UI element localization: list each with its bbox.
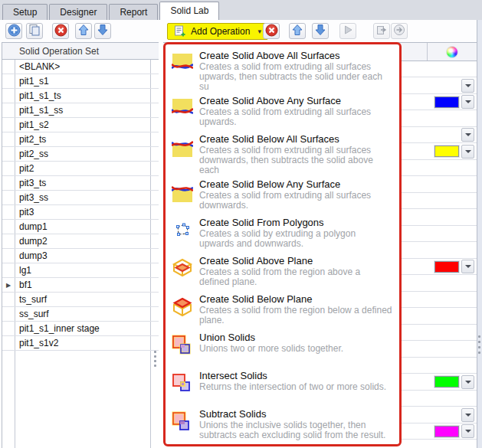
tab-designer[interactable]: Designer [49, 4, 107, 20]
add-operation-button[interactable]: Add Operation ▾ [167, 23, 268, 40]
list-item[interactable]: ▶bf1 [2, 278, 159, 293]
add-operation-menu: Create Solid Above All SurfacesCreates a… [163, 42, 402, 446]
list-item[interactable]: ss_surf [2, 307, 159, 322]
list-item[interactable]: pit2_ts [2, 132, 159, 147]
menu-item-subtract-solids[interactable]: Subtract SolidsUnions the inclusive soli… [166, 405, 399, 443]
color-dropdown-button[interactable] [461, 145, 474, 159]
delete-button[interactable] [52, 23, 69, 39]
row-selector-cell[interactable] [2, 191, 15, 204]
menu-item-create-solid-below-all-surfaces[interactable]: Create Solid Below All SurfacesCreates a… [166, 130, 399, 175]
tab-setup[interactable]: Setup [2, 4, 48, 20]
menu-item-description: Creates a solid from extruding all surfa… [199, 107, 392, 127]
tab-solid-lab[interactable]: Solid Lab [159, 2, 219, 20]
menu-item-title: Union Solids [199, 332, 343, 343]
color-swatch[interactable] [434, 376, 459, 388]
row-selector-cell[interactable] [2, 89, 15, 103]
row-selector-cell[interactable] [2, 234, 15, 248]
menu-item-create-solid-below-any-surface[interactable]: Create Solid Below Any SurfaceCreates a … [166, 175, 399, 214]
color-dropdown-button[interactable] [461, 79, 474, 93]
menu-item-translate-solid-or-surface[interactable]: Translate Solid or SurfaceTranslates a s… [166, 443, 399, 446]
menu-item-create-solid-above-all-surfaces[interactable]: Create Solid Above All SurfacesCreates a… [166, 47, 399, 92]
move-operation-down-button[interactable] [312, 23, 329, 39]
color-swatch[interactable] [434, 96, 459, 108]
menu-item-create-solid-below-plane[interactable]: Create Solid Below PlaneCreates a solid … [166, 290, 399, 329]
selected-row-marker[interactable]: ▶ [2, 278, 15, 292]
list-item-label: pit3 [15, 205, 34, 219]
list-item[interactable]: dump3 [2, 249, 159, 263]
color-swatch[interactable] [434, 261, 459, 273]
delete-operation-button[interactable] [263, 23, 280, 39]
box-below-plane-icon [170, 295, 195, 319]
menu-item-create-solid-above-plane[interactable]: Create Solid Above PlaneCreates a solid … [166, 252, 399, 290]
color-dropdown-button[interactable] [461, 424, 474, 438]
row-selector-cell[interactable] [2, 220, 15, 234]
run-button[interactable] [339, 23, 356, 39]
menu-item-create-solid-from-polygons[interactable]: Create Solid From PolygonsCreates a soli… [166, 214, 399, 252]
tab-report[interactable]: Report [109, 4, 158, 20]
list-item[interactable]: pit2 [2, 162, 159, 176]
row-selector-cell[interactable] [2, 263, 15, 277]
menu-item-create-solid-above-any-surface[interactable]: Create Solid Above Any SurfaceCreates a … [166, 92, 399, 130]
list-item[interactable]: pit3_ss [2, 191, 159, 205]
menu-item-union-solids[interactable]: Union SolidsUnions two or more solids to… [166, 329, 399, 367]
go-button[interactable] [391, 23, 408, 39]
list-item[interactable]: ts_surf [2, 293, 159, 307]
list-item[interactable]: pit2_ss [2, 147, 159, 162]
move-down-button[interactable] [94, 23, 111, 39]
move-operation-up-button[interactable] [289, 23, 306, 39]
color-dropdown-button[interactable] [461, 408, 474, 422]
list-item[interactable]: dump2 [2, 234, 159, 249]
row-selector-cell[interactable] [2, 336, 15, 350]
menu-item-text: Subtract SolidsUnions the inclusive soli… [199, 407, 392, 443]
row-selector-cell[interactable] [2, 322, 15, 335]
color-swatch[interactable] [434, 146, 459, 157]
menu-item-title: Create Solid Below All Surfaces [199, 133, 392, 145]
row-selector-cell[interactable] [2, 162, 15, 175]
color-dropdown-button[interactable] [461, 375, 474, 389]
menu-item-description: Creates a solid from extruding all surfa… [199, 191, 392, 211]
list-item[interactable]: pit1_s1_inner stage [2, 322, 159, 336]
menu-item-title: Create Solid Below Plane [199, 293, 392, 305]
list-item[interactable]: dump1 [2, 220, 159, 234]
menu-item-title: Create Solid From Polygons [199, 217, 392, 228]
list-item[interactable]: <BLANK> [2, 60, 159, 74]
add-button[interactable] [5, 23, 22, 39]
intersect-solids-icon [170, 371, 195, 396]
row-selector-cell[interactable] [2, 293, 15, 306]
row-selector-cell[interactable] [2, 307, 15, 321]
row-selector-cell[interactable] [2, 60, 15, 74]
row-selector-cell[interactable] [2, 74, 15, 88]
surfaces-below-any-icon [170, 180, 195, 204]
color-swatch[interactable] [434, 426, 459, 437]
left-splitter-grip[interactable] [154, 351, 157, 367]
list-item-label: pit2 [15, 162, 34, 175]
list-item-label: pit1_s2 [15, 118, 49, 132]
list-item[interactable]: pit1_s2 [2, 118, 159, 132]
copy-button[interactable] [26, 23, 43, 39]
list-item[interactable]: pit1_s1_ts [2, 89, 159, 103]
list-item[interactable]: pit1_s1v2 [2, 336, 159, 351]
chevron-down-icon [465, 414, 471, 417]
row-selector-cell[interactable] [2, 132, 15, 146]
row-selector-cell[interactable] [2, 103, 15, 117]
list-item[interactable]: lg1 [2, 263, 159, 278]
color-dropdown-button[interactable] [461, 128, 474, 142]
list-item[interactable]: pit1_s1 [2, 74, 159, 89]
color-dropdown-button[interactable] [461, 260, 474, 273]
right-splitter-grip[interactable] [478, 335, 480, 354]
row-selector-cell[interactable] [2, 147, 15, 161]
list-item[interactable]: pit1_s1_ss [2, 103, 159, 118]
row-selector-cell[interactable] [2, 118, 15, 132]
row-selector-cell[interactable] [2, 176, 15, 190]
solid-operation-set-header: Solid Operation Set [2, 43, 159, 60]
menu-item-description: Returns the intersection of two or more … [199, 382, 386, 392]
move-up-button[interactable] [75, 23, 92, 39]
color-dropdown-button[interactable] [461, 95, 474, 109]
menu-item-intersect-solids[interactable]: Intersect SolidsReturns the intersection… [166, 367, 399, 405]
export-button[interactable] [373, 23, 390, 39]
row-selector-cell[interactable] [2, 205, 15, 219]
list-item[interactable]: pit3_ts [2, 176, 159, 191]
row-selector-cell[interactable] [2, 249, 15, 263]
solid-operation-set-panel: Solid Operation Set <BLANK>pit1_s1pit1_s… [2, 42, 159, 448]
list-item[interactable]: pit3 [2, 205, 159, 220]
